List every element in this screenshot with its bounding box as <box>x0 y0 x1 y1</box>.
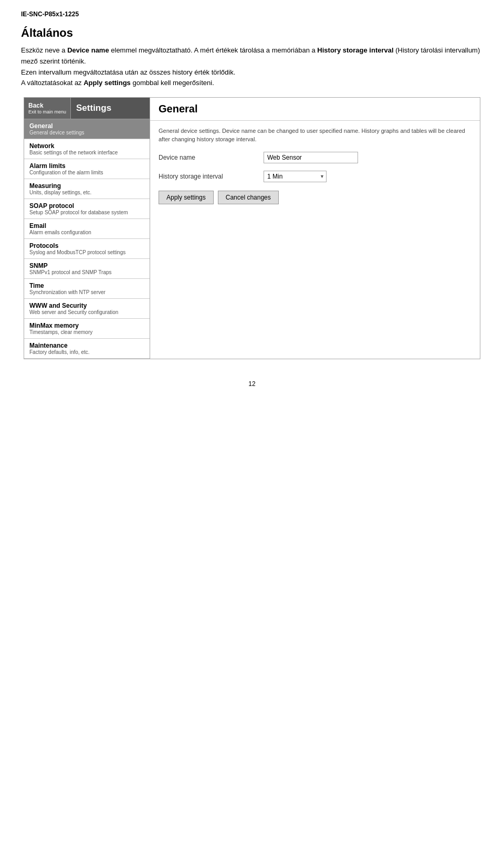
history-interval-select-wrapper: 1 Min 5 Min 10 Min 15 Min 30 Min 1 Hour <box>264 171 327 182</box>
sidebar-item-snmp-title: SNMP <box>29 262 144 269</box>
sidebar-item-alarm-limits-title: Alarm limits <box>29 162 144 170</box>
intro-paragraph-1: Eszköz neve a Device name elemmel megvál… <box>21 45 483 89</box>
sidebar-item-email[interactable]: Email Alarm emails configuration <box>24 219 150 239</box>
device-name-row: Device name <box>159 152 471 163</box>
settings-title: Settings <box>71 98 150 119</box>
sidebar-item-alarm-limits[interactable]: Alarm limits Configuration of the alarm … <box>24 159 150 179</box>
back-sublabel: Exit to main menu <box>28 109 66 114</box>
back-button[interactable]: Back Exit to main menu <box>24 98 71 119</box>
cancel-changes-button[interactable]: Cancel changes <box>218 191 279 204</box>
content-area: General General device settings. Device … <box>150 98 480 359</box>
sidebar-item-measuring-title: Measuring <box>29 182 144 190</box>
sidebar-item-general[interactable]: General General device settings <box>24 119 150 139</box>
content-body: General device settings. Device name can… <box>150 121 480 211</box>
sidebar-item-snmp[interactable]: SNMP SNMPv1 protocol and SNMP Traps <box>24 259 150 279</box>
sidebar-item-time[interactable]: Time Synchronization with NTP server <box>24 279 150 299</box>
sidebar-item-www-security[interactable]: WWW and Security Web server and Security… <box>24 299 150 319</box>
sidebar-item-network-title: Network <box>29 142 144 150</box>
sidebar-item-minmax-title: MinMax memory <box>29 322 144 329</box>
sidebar-item-general-title: General <box>29 122 144 130</box>
section-title: Általános <box>21 26 483 40</box>
sidebar-item-protocols-sub: Syslog and ModbusTCP protocol settings <box>29 249 144 255</box>
sidebar-item-www-sub: Web server and Security configuration <box>29 309 144 315</box>
sidebar-item-measuring[interactable]: Measuring Units, display settings, etc. <box>24 179 150 199</box>
sidebar-item-email-sub: Alarm emails configuration <box>29 229 144 235</box>
sidebar-item-network-sub: Basic settings of the network interface <box>29 150 144 155</box>
sidebar-item-minmax-sub: Timestamps, clear memory <box>29 329 144 335</box>
sidebar-item-soap-sub: Setup SOAP protocol for database system <box>29 210 144 215</box>
sidebar-item-snmp-sub: SNMPv1 protocol and SNMP Traps <box>29 269 144 275</box>
sidebar-item-minmax[interactable]: MinMax memory Timestamps, clear memory <box>24 319 150 339</box>
device-name-label: Device name <box>159 154 264 161</box>
sidebar-item-maintenance[interactable]: Maintenance Factory defaults, info, etc. <box>24 339 150 359</box>
sidebar-item-protocols-title: Protocols <box>29 242 144 249</box>
sidebar-item-time-sub: Synchronization with NTP server <box>29 289 144 295</box>
page-footer: 12 <box>21 380 483 388</box>
form-buttons: Apply settings Cancel changes <box>159 191 471 204</box>
device-name-input[interactable] <box>264 152 358 163</box>
history-interval-select[interactable]: 1 Min 5 Min 10 Min 15 Min 30 Min 1 Hour <box>264 171 327 182</box>
sidebar: Back Exit to main menu Settings General … <box>24 98 150 359</box>
sidebar-header: Back Exit to main menu Settings <box>24 98 150 119</box>
sidebar-item-measuring-sub: Units, display settings, etc. <box>29 190 144 195</box>
sidebar-item-maintenance-sub: Factory defaults, info, etc. <box>29 349 144 355</box>
sidebar-item-general-sub: General device settings <box>29 130 144 135</box>
history-interval-label: History storage interval <box>159 173 264 180</box>
sidebar-item-email-title: Email <box>29 222 144 229</box>
history-interval-row: History storage interval 1 Min 5 Min 10 … <box>159 171 471 182</box>
sidebar-item-network[interactable]: Network Basic settings of the network in… <box>24 139 150 159</box>
apply-settings-button[interactable]: Apply settings <box>159 191 214 204</box>
sidebar-item-alarm-limits-sub: Configuration of the alarm limits <box>29 170 144 175</box>
sidebar-item-protocols[interactable]: Protocols Syslog and ModbusTCP protocol … <box>24 239 150 259</box>
sidebar-item-soap-title: SOAP protocol <box>29 202 144 210</box>
content-header: General <box>150 98 480 121</box>
settings-panel: Back Exit to main menu Settings General … <box>24 97 480 359</box>
sidebar-item-www-title: WWW and Security <box>29 302 144 309</box>
sidebar-item-maintenance-title: Maintenance <box>29 342 144 349</box>
content-title: General <box>159 103 471 115</box>
sidebar-item-soap-protocol[interactable]: SOAP protocol Setup SOAP protocol for da… <box>24 199 150 219</box>
document-title: IE-SNC-P85x1-1225 <box>21 11 483 18</box>
page-header: IE-SNC-P85x1-1225 <box>21 11 483 18</box>
page-number: 12 <box>248 380 255 388</box>
sidebar-item-time-title: Time <box>29 282 144 289</box>
content-info-text: General device settings. Device name can… <box>159 127 471 143</box>
back-label: Back <box>28 102 66 109</box>
